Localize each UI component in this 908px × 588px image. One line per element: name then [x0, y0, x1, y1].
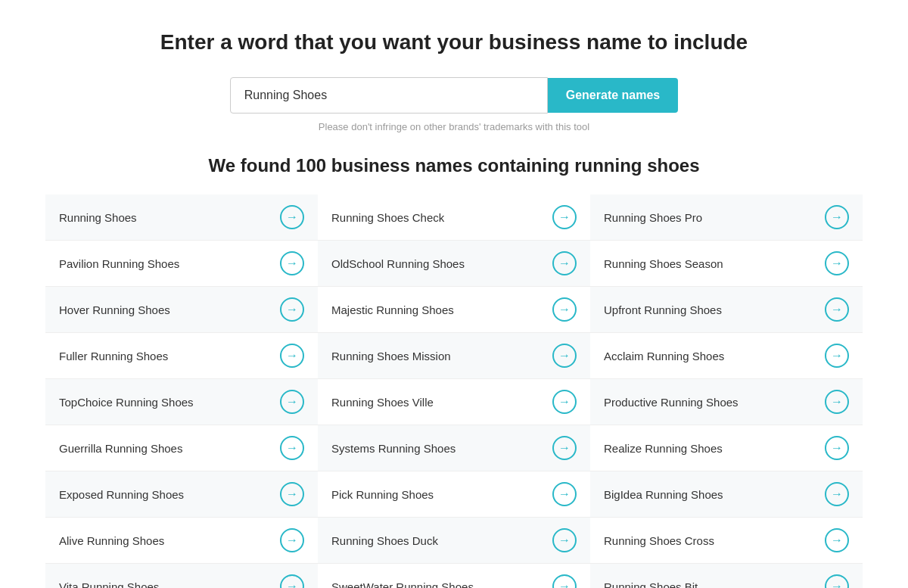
name-label: Alive Running Shoes [59, 534, 164, 547]
list-item[interactable]: Pavilion Running Shoes→ [45, 241, 318, 287]
names-grid: Running Shoes→Running Shoes Check→Runnin… [45, 194, 863, 588]
name-label: Running Shoes Duck [331, 534, 438, 547]
list-item[interactable]: Running Shoes Check→ [318, 194, 590, 241]
list-item[interactable]: BigIdea Running Shoes→ [590, 471, 863, 518]
arrow-icon[interactable]: → [552, 436, 577, 460]
name-label: BigIdea Running Shoes [604, 488, 723, 501]
list-item[interactable]: Running Shoes Bit→ [590, 564, 863, 588]
name-label: Fuller Running Shoes [59, 350, 168, 362]
name-label: Upfront Running Shoes [604, 303, 722, 316]
generate-button[interactable]: Generate names [548, 78, 679, 113]
arrow-icon[interactable]: → [552, 482, 577, 506]
arrow-icon[interactable]: → [552, 574, 577, 588]
name-label: TopChoice Running Shoes [59, 396, 194, 409]
name-label: Running Shoes Check [331, 211, 444, 224]
list-item[interactable]: Exposed Running Shoes→ [45, 471, 318, 518]
arrow-icon[interactable]: → [280, 297, 304, 322]
list-item[interactable]: Running Shoes Season→ [590, 241, 863, 287]
disclaimer-text: Please don't infringe on other brands' t… [45, 121, 863, 132]
list-item[interactable]: Vita Running Shoes→ [45, 564, 318, 588]
list-item[interactable]: Running Shoes Ville→ [318, 379, 590, 425]
name-label: Productive Running Shoes [604, 396, 739, 409]
name-label: Pavilion Running Shoes [59, 257, 179, 270]
list-item[interactable]: Majestic Running Shoes→ [318, 287, 590, 333]
list-item[interactable]: Alive Running Shoes→ [45, 518, 318, 564]
list-item[interactable]: Guerrilla Running Shoes→ [45, 425, 318, 471]
arrow-icon[interactable]: → [280, 205, 304, 229]
arrow-icon[interactable]: → [825, 344, 849, 368]
search-area: Generate names [45, 77, 863, 114]
list-item[interactable]: SweetWater Running Shoes→ [318, 564, 590, 588]
arrow-icon[interactable]: → [825, 436, 849, 460]
list-item[interactable]: Hover Running Shoes→ [45, 287, 318, 333]
arrow-icon[interactable]: → [280, 390, 304, 414]
name-label: Vita Running Shoes [59, 580, 159, 589]
name-label: Acclaim Running Shoes [604, 350, 724, 362]
arrow-icon[interactable]: → [552, 390, 577, 414]
list-item[interactable]: OldSchool Running Shoes→ [318, 241, 590, 287]
list-item[interactable]: Upfront Running Shoes→ [590, 287, 863, 333]
name-label: Hover Running Shoes [59, 303, 170, 316]
arrow-icon[interactable]: → [825, 528, 849, 552]
name-label: Exposed Running Shoes [59, 488, 184, 501]
arrow-icon[interactable]: → [552, 205, 577, 229]
search-input[interactable] [230, 77, 548, 114]
list-item[interactable]: Running Shoes Cross→ [590, 518, 863, 564]
name-label: Running Shoes Pro [604, 211, 702, 224]
list-item[interactable]: Pick Running Shoes→ [318, 471, 590, 518]
name-label: Running Shoes Ville [331, 396, 434, 409]
name-label: Running Shoes [59, 211, 137, 224]
arrow-icon[interactable]: → [552, 251, 577, 275]
name-label: Running Shoes Season [604, 257, 723, 270]
name-label: Realize Running Shoes [604, 442, 723, 455]
name-label: Running Shoes Bit [604, 580, 698, 589]
name-label: Pick Running Shoes [331, 488, 434, 501]
arrow-icon[interactable]: → [825, 251, 849, 275]
arrow-icon[interactable]: → [825, 297, 849, 322]
name-label: SweetWater Running Shoes [331, 580, 474, 589]
name-label: Majestic Running Shoes [331, 303, 454, 316]
arrow-icon[interactable]: → [552, 528, 577, 552]
list-item[interactable]: Fuller Running Shoes→ [45, 333, 318, 379]
list-item[interactable]: Running Shoes Pro→ [590, 194, 863, 241]
arrow-icon[interactable]: → [280, 528, 304, 552]
list-item[interactable]: Running Shoes Mission→ [318, 333, 590, 379]
arrow-icon[interactable]: → [280, 344, 304, 368]
name-label: Guerrilla Running Shoes [59, 442, 182, 455]
list-item[interactable]: Running Shoes→ [45, 194, 318, 241]
name-label: Running Shoes Mission [331, 350, 451, 362]
arrow-icon[interactable]: → [825, 390, 849, 414]
arrow-icon[interactable]: → [280, 251, 304, 275]
list-item[interactable]: TopChoice Running Shoes→ [45, 379, 318, 425]
arrow-icon[interactable]: → [825, 574, 849, 588]
page-title: Enter a word that you want your business… [45, 30, 863, 54]
arrow-icon[interactable]: → [280, 436, 304, 460]
list-item[interactable]: Systems Running Shoes→ [318, 425, 590, 471]
name-label: OldSchool Running Shoes [331, 257, 465, 270]
arrow-icon[interactable]: → [280, 482, 304, 506]
arrow-icon[interactable]: → [825, 205, 849, 229]
arrow-icon[interactable]: → [552, 344, 577, 368]
list-item[interactable]: Productive Running Shoes→ [590, 379, 863, 425]
name-label: Running Shoes Cross [604, 534, 714, 547]
name-label: Systems Running Shoes [331, 442, 456, 455]
list-item[interactable]: Running Shoes Duck→ [318, 518, 590, 564]
results-title: We found 100 business names containing r… [45, 155, 863, 176]
list-item[interactable]: Acclaim Running Shoes→ [590, 333, 863, 379]
arrow-icon[interactable]: → [825, 482, 849, 506]
arrow-icon[interactable]: → [552, 297, 577, 322]
arrow-icon[interactable]: → [280, 574, 304, 588]
list-item[interactable]: Realize Running Shoes→ [590, 425, 863, 471]
